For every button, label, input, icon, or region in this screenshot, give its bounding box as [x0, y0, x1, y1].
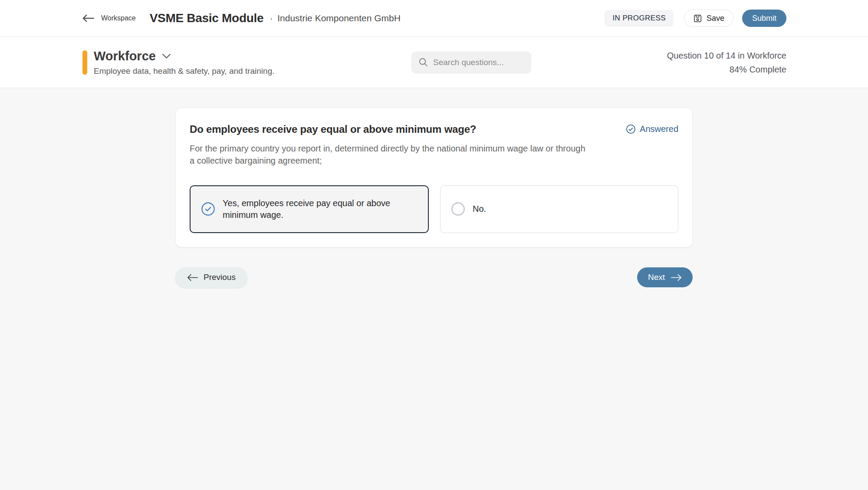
answer-options: Yes, employees receive pay equal or abov…: [190, 185, 678, 233]
chevron-down-icon: [162, 53, 171, 59]
page-title: VSME Basic Module: [150, 11, 264, 25]
check-circle-icon: [626, 124, 636, 134]
question-description: For the primary country you report in, d…: [190, 142, 589, 167]
search-icon: [419, 58, 428, 67]
next-button-label: Next: [648, 273, 665, 282]
section-title: Workforce: [94, 49, 156, 63]
option-no[interactable]: No.: [440, 185, 678, 233]
question-nav: Previous Next: [175, 267, 693, 288]
arrow-left-icon: [82, 14, 94, 22]
company-name: Industrie Komponenten GmbH: [277, 13, 401, 23]
save-button[interactable]: Save: [684, 10, 733, 27]
search-input[interactable]: [433, 58, 524, 67]
title-separator-dot: ·: [270, 12, 273, 24]
radio-unchecked-icon: [451, 202, 465, 216]
back-button[interactable]: [82, 14, 94, 22]
section-subtitle: Employee data, health & safety, pay, and…: [94, 66, 275, 76]
question-progress-text: Question 10 of 14 in Workforce: [667, 49, 786, 62]
option-yes[interactable]: Yes, employees receive pay equal or abov…: [190, 185, 429, 233]
workspace-link[interactable]: Workspace: [101, 14, 136, 22]
section-header: Workforce Employee data, health & safety…: [0, 37, 868, 88]
previous-button[interactable]: Previous: [175, 267, 247, 288]
search-box[interactable]: [411, 52, 531, 73]
option-yes-label: Yes, employees receive pay equal or abov…: [223, 197, 418, 221]
question-title: Do employees receive pay equal or above …: [190, 123, 476, 135]
submit-button[interactable]: Submit: [742, 10, 786, 27]
radio-checked-icon: [201, 202, 215, 216]
answered-badge: Answered: [626, 123, 678, 134]
status-badge: IN PROGRESS: [605, 10, 673, 26]
main-content: Do employees receive pay equal or above …: [0, 88, 868, 288]
section-accent-bar: [82, 50, 87, 75]
next-button[interactable]: Next: [637, 267, 693, 287]
top-bar: Workspace VSME Basic Module · Industrie …: [0, 0, 868, 37]
answered-label: Answered: [640, 124, 678, 134]
save-button-label: Save: [707, 14, 724, 23]
arrow-left-icon: [187, 274, 198, 281]
previous-button-label: Previous: [204, 273, 236, 282]
percent-complete-text: 84% Complete: [667, 62, 786, 76]
question-card: Do employees receive pay equal or above …: [175, 108, 693, 247]
save-floppy-icon: [693, 14, 702, 23]
option-no-label: No.: [473, 203, 486, 215]
arrow-right-icon: [671, 274, 682, 281]
section-selector[interactable]: Workforce: [94, 49, 275, 63]
